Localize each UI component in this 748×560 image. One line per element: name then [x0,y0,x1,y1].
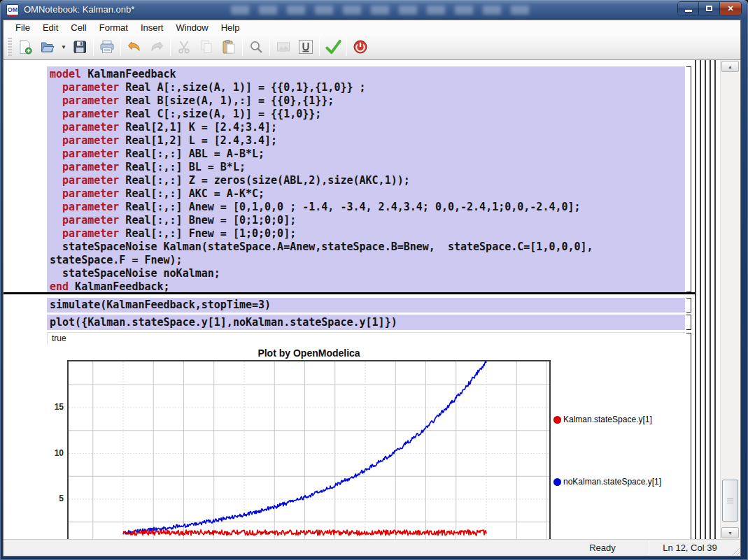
stop-button[interactable] [349,37,372,57]
menu-edit[interactable]: Edit [36,21,64,34]
group-cell-line [714,60,716,539]
search-icon [248,38,264,55]
chevron-down-icon: ▼ [61,44,66,50]
group-cell-line [710,60,711,539]
group-cell-line [705,60,706,539]
scrollbar-thumb[interactable] [722,480,738,522]
notebook: model KalmanFeedback parameter Real A[:,… [3,60,740,539]
open-button[interactable] [36,37,59,57]
evaluate-button[interactable] [322,37,344,57]
cell-bracket-plot[interactable] [686,315,691,330]
close-icon: ✕ [727,4,733,13]
plot-chart [67,360,551,539]
copy-button[interactable] [195,37,218,57]
background-window-ghost [231,6,532,15]
vertical-scrollbar[interactable]: ▲ ▼ [720,60,740,539]
window-title: OMNotebook: Kalman.onb* [24,4,134,15]
undo-icon [126,38,143,55]
legend-marker [553,478,561,486]
toolbar-grip[interactable] [7,38,12,56]
plot-title: Plot by OpenModelica [67,347,551,359]
image-icon [275,38,292,55]
cell-bracket-model[interactable] [686,66,691,292]
image-button[interactable] [272,37,295,57]
cut-button[interactable] [173,37,195,57]
status-message: Ready [564,543,641,553]
cut-scissors-icon [176,38,192,55]
legend-item-nokalman: noKalman.stateSpace.y[1] [553,477,661,487]
redo-icon [148,38,165,55]
app-window: OM OMNotebook: Kalman.onb* ✕ File Edit C… [0,0,748,560]
cell-bracket-simulate[interactable] [686,298,691,313]
y-axis-tick-label: 5 [30,494,64,503]
titlebar: OM OMNotebook: Kalman.onb* ✕ [0,0,748,20]
statusbar: Ready Ln 12, Col 39 [3,539,740,556]
open-folder-icon [39,38,56,55]
window-controls: ✕ [678,2,741,15]
legend-label: noKalman.stateSpace.y[1] [563,477,661,487]
plot-canvas [67,360,551,539]
underline-icon [297,38,314,55]
cell-bracket-output[interactable] [686,333,691,539]
scroll-up-button[interactable]: ▲ [721,61,739,72]
cursor-position: Ln 12, Col 39 [655,543,725,553]
resize-grip[interactable] [731,546,740,555]
legend-item-kalman: Kalman.stateSpace.y[1] [553,415,652,424]
stop-power-icon [352,38,369,55]
save-icon [71,38,88,55]
open-dropdown-button[interactable]: ▼ [59,37,69,57]
minimize-icon [685,10,692,12]
plot-cell[interactable]: plot({Kalman.stateSpace.y[1],noKalman.st… [47,315,685,330]
maximize-button[interactable] [699,2,720,15]
menu-file[interactable]: File [9,21,36,34]
menu-insert[interactable]: Insert [134,21,170,34]
paste-clipboard-icon [220,38,237,55]
search-button[interactable] [245,37,267,57]
arrow-down-icon: ▼ [728,531,733,536]
y-axis-tick-label: 15 [30,402,64,412]
simulate-cell[interactable]: simulate(KalmanFeedback,stopTime=3) [47,298,685,313]
underline-button[interactable] [295,37,317,57]
print-icon [99,38,115,55]
redo-button[interactable] [146,37,168,57]
arrow-up-icon: ▲ [728,64,733,69]
new-document-icon [17,38,34,55]
menu-format[interactable]: Format [93,21,134,34]
y-axis-tick-label: 10 [30,448,64,458]
close-button[interactable]: ✕ [720,2,741,15]
paste-button[interactable] [218,37,240,57]
client-area: File Edit Cell Format Insert Window Help… [3,20,741,557]
save-button[interactable] [69,37,91,57]
app-icon: OM [6,4,19,15]
minimize-button[interactable] [678,2,699,15]
legend-label: Kalman.stateSpace.y[1] [563,415,652,424]
menu-cell[interactable]: Cell [64,21,92,34]
copy-icon [198,38,215,55]
undo-button[interactable] [123,37,146,57]
print-button[interactable] [96,37,118,57]
legend-marker [553,416,561,424]
group-cell-line [695,60,696,539]
toolbar: ▼ [3,34,740,60]
model-cell[interactable]: model KalmanFeedback parameter Real A[:,… [47,66,685,292]
scroll-down-button[interactable]: ▼ [721,527,739,538]
menu-window[interactable]: Window [169,21,214,34]
menubar: File Edit Cell Format Insert Window Help [3,20,740,34]
cell-cursor-line [3,292,695,294]
new-button[interactable] [14,37,36,57]
menu-help[interactable]: Help [215,21,246,34]
statusbar-separator [649,541,649,554]
output-cell[interactable]: true [47,332,685,345]
maximize-icon [706,6,712,11]
group-cell-line [700,60,701,539]
evaluate-check-icon [324,38,342,56]
